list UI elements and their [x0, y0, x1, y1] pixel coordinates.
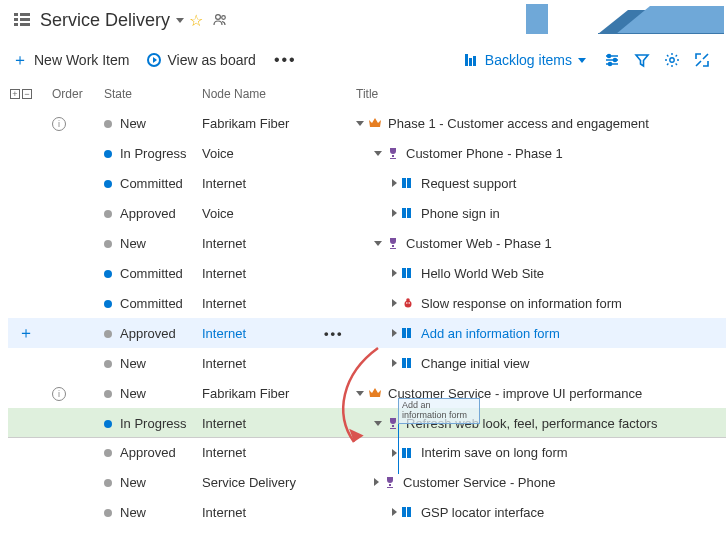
header-widget-1: [496, 4, 596, 34]
table-row[interactable]: iNewFabrikam FiberCustomer Service - imp…: [8, 378, 726, 408]
plus-icon: ＋: [12, 50, 28, 71]
caret-right-icon[interactable]: [392, 179, 397, 187]
row-more-icon[interactable]: •••: [324, 326, 344, 341]
team-people-icon[interactable]: [212, 12, 228, 28]
svg-rect-19: [407, 208, 411, 218]
node-text: Internet: [202, 326, 246, 341]
caret-right-icon[interactable]: [392, 209, 397, 217]
caret-right-icon[interactable]: [374, 478, 379, 486]
caret-down-icon[interactable]: [374, 151, 382, 156]
state-dot-icon: [104, 180, 112, 188]
state-text: In Progress: [120, 146, 186, 161]
view-as-board-button[interactable]: View as board: [147, 52, 255, 68]
svg-rect-17: [407, 178, 411, 188]
title-text[interactable]: Interim save on long form: [421, 445, 568, 460]
pbi-icon: [401, 176, 415, 190]
svg-point-24: [406, 302, 408, 304]
title-chevron-icon[interactable]: [176, 18, 184, 23]
col-state[interactable]: State: [104, 87, 202, 101]
pbi-icon: [401, 326, 415, 340]
col-title[interactable]: Title: [356, 87, 726, 101]
title-text[interactable]: Customer Service - Phone: [403, 475, 555, 490]
info-icon[interactable]: i: [52, 117, 66, 131]
settings-gear-icon[interactable]: [660, 48, 684, 72]
title-text[interactable]: Add an information form: [421, 326, 560, 341]
caret-right-icon[interactable]: [392, 449, 397, 457]
svg-point-7: [222, 16, 226, 20]
caret-right-icon[interactable]: [392, 359, 397, 367]
collapse-all-icon[interactable]: −: [22, 89, 32, 99]
view-options-icon[interactable]: [600, 48, 624, 72]
table-row[interactable]: NewService DeliveryCustomer Service - Ph…: [8, 467, 726, 497]
chevron-down-icon: [578, 58, 586, 63]
caret-down-icon[interactable]: [374, 421, 382, 426]
fullscreen-icon[interactable]: [690, 48, 714, 72]
node-text: Voice: [202, 146, 234, 161]
backlog-items-dropdown[interactable]: Backlog items: [465, 52, 586, 68]
pbi-icon: [401, 206, 415, 220]
caret-down-icon[interactable]: [356, 121, 364, 126]
title-text[interactable]: Phase 1 - Customer access and engagement: [388, 116, 649, 131]
title-text[interactable]: Phone sign in: [421, 206, 500, 221]
caret-right-icon[interactable]: [392, 299, 397, 307]
svg-rect-4: [14, 23, 18, 26]
toolbar-more-icon[interactable]: •••: [274, 51, 297, 69]
svg-rect-26: [402, 328, 406, 338]
col-node[interactable]: Node Name: [202, 87, 356, 101]
title-text[interactable]: Customer Phone - Phase 1: [406, 146, 563, 161]
favorite-star-icon[interactable]: ☆: [188, 12, 204, 28]
svg-point-12: [608, 55, 611, 58]
state-dot-icon: [104, 360, 112, 368]
table-row[interactable]: CommittedInternetRequest support: [8, 168, 726, 198]
trophy-icon: [386, 236, 400, 250]
filter-icon[interactable]: [630, 48, 654, 72]
caret-right-icon[interactable]: [392, 329, 397, 337]
title-text[interactable]: GSP locator interface: [421, 505, 544, 520]
info-icon[interactable]: i: [52, 387, 66, 401]
state-dot-icon: [104, 449, 112, 457]
backlog-table: + − Order State Node Name Title iNewFabr…: [0, 80, 726, 527]
svg-rect-5: [20, 23, 30, 26]
svg-rect-31: [407, 448, 411, 458]
state-text: New: [120, 386, 146, 401]
caret-right-icon[interactable]: [392, 508, 397, 516]
table-row[interactable]: In ProgressVoiceCustomer Phone - Phase 1: [8, 138, 726, 168]
svg-rect-1: [20, 13, 30, 16]
caret-right-icon[interactable]: [392, 269, 397, 277]
node-text: Internet: [202, 176, 246, 191]
node-text: Service Delivery: [202, 475, 296, 490]
table-row[interactable]: CommittedInternetHello World Web Site: [8, 258, 726, 288]
caret-down-icon[interactable]: [374, 241, 382, 246]
page-title[interactable]: Service Delivery: [40, 10, 170, 31]
title-text[interactable]: Slow response on information form: [421, 296, 622, 311]
svg-point-15: [670, 58, 674, 62]
state-dot-icon: [104, 270, 112, 278]
table-row[interactable]: In ProgressInternetRefresh web look, fee…: [8, 408, 726, 438]
svg-rect-32: [402, 507, 406, 517]
new-work-item-button[interactable]: ＋ New Work Item: [12, 50, 129, 71]
col-order[interactable]: Order: [52, 87, 104, 101]
svg-rect-18: [402, 208, 406, 218]
title-text[interactable]: Hello World Web Site: [421, 266, 544, 281]
table-row[interactable]: ApprovedInternetInterim save on long for…: [8, 437, 726, 467]
title-text[interactable]: Customer Web - Phase 1: [406, 236, 552, 251]
svg-rect-8: [526, 4, 548, 34]
state-text: New: [120, 116, 146, 131]
state-dot-icon: [104, 240, 112, 248]
add-child-icon[interactable]: ＋: [18, 323, 34, 344]
caret-down-icon[interactable]: [356, 391, 364, 396]
table-row[interactable]: NewInternetGSP locator interface: [8, 497, 726, 527]
title-text[interactable]: Change initial view: [421, 356, 529, 371]
table-row[interactable]: NewInternetChange initial view: [8, 348, 726, 378]
svg-rect-33: [407, 507, 411, 517]
table-row[interactable]: ApprovedVoicePhone sign in: [8, 198, 726, 228]
expand-all-icon[interactable]: +: [10, 89, 20, 99]
table-row[interactable]: NewInternetCustomer Web - Phase 1: [8, 228, 726, 258]
title-text[interactable]: Request support: [421, 176, 516, 191]
crown-icon: [368, 386, 382, 400]
node-text: Internet: [202, 356, 246, 371]
table-row[interactable]: iNewFabrikam FiberPhase 1 - Customer acc…: [8, 108, 726, 138]
state-text: New: [120, 356, 146, 371]
table-row[interactable]: ＋ApprovedInternet•••Add an information f…: [8, 318, 726, 348]
table-row[interactable]: CommittedInternetSlow response on inform…: [8, 288, 726, 318]
